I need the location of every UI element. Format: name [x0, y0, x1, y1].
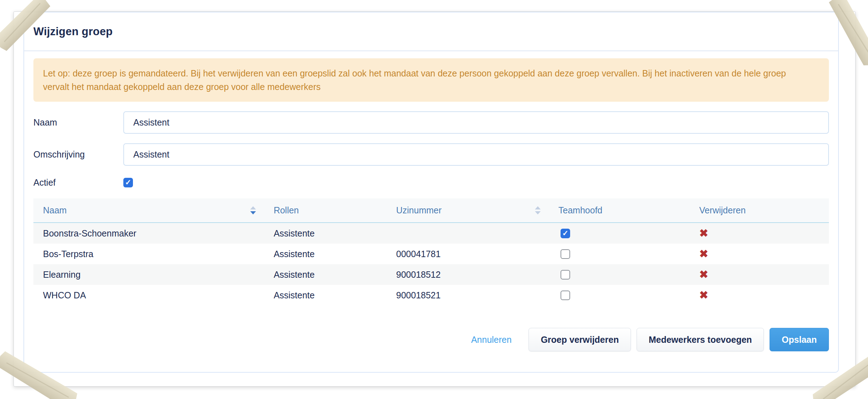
cell-naam: WHCO DA [33, 290, 274, 300]
delete-member-icon[interactable]: ✖ [699, 269, 708, 280]
table-header-row: Naam Rollen Uzinummer Teamhoofd Verwij [33, 198, 829, 223]
medewerkers-toevoegen-button[interactable]: Medewerkers toevoegen [637, 328, 764, 351]
teamhoofd-checkbox[interactable]: ✓ [561, 229, 570, 238]
naam-input[interactable] [123, 111, 829, 134]
column-header-uzinummer[interactable]: Uzinummer [396, 205, 559, 216]
column-header-teamhoofd: Teamhoofd [558, 205, 699, 216]
cell-naam: Boonstra-Schoenmaker [33, 228, 274, 239]
table-row: WHCO DA Assistente 900018521 ✓ ✖ [33, 285, 829, 305]
column-header-naam[interactable]: Naam [33, 205, 274, 216]
naam-label: Naam [33, 117, 123, 128]
omschrijving-input[interactable] [123, 143, 829, 166]
delete-member-icon[interactable]: ✖ [699, 290, 708, 300]
alert-line-2: vervalt het mandaat gekoppeld aan deze g… [43, 80, 819, 94]
cell-uzinummer: 900018512 [396, 270, 559, 280]
delete-member-icon[interactable]: ✖ [699, 249, 708, 259]
modal-panel: Wijzigen groep Let op: deze groep is gem… [23, 12, 839, 373]
cell-verwijderen: ✖ [699, 290, 829, 301]
cell-naam: Bos-Terpstra [33, 249, 274, 259]
cell-teamhoofd: ✓ [558, 291, 699, 300]
sort-icon[interactable] [535, 206, 541, 214]
cell-uzinummer: 900018521 [396, 290, 559, 300]
mandate-warning-alert: Let op: deze groep is gemandateerd. Bij … [33, 58, 829, 102]
footer-actions: Annuleren Groep verwijderen Medewerkers … [33, 328, 829, 351]
cell-rollen: Assistente [274, 249, 396, 259]
teamhoofd-checkbox[interactable]: ✓ [561, 291, 570, 300]
naam-form-row: Naam [33, 111, 829, 134]
modal-header: Wijzigen groep [24, 12, 838, 51]
actief-form-row: Actief ✓ [33, 175, 829, 190]
modal-card: Wijzigen groep Let op: deze groep is gem… [14, 11, 856, 387]
cell-rollen: Assistente [274, 270, 396, 280]
cell-naam: Elearning [33, 270, 274, 280]
actief-label: Actief [33, 177, 123, 188]
checkmark-icon: ✓ [562, 229, 569, 237]
annuleren-link[interactable]: Annuleren [471, 335, 511, 345]
teamhoofd-checkbox[interactable]: ✓ [561, 270, 570, 280]
cell-verwijderen: ✖ [699, 228, 829, 239]
table-row: Elearning Assistente 900018512 ✓ ✖ [33, 264, 829, 285]
alert-line-1: Let op: deze groep is gemandateerd. Bij … [43, 66, 819, 80]
sort-icon[interactable] [250, 206, 256, 214]
cell-teamhoofd: ✓ [558, 249, 699, 259]
cell-verwijderen: ✖ [699, 269, 829, 280]
groep-verwijderen-button[interactable]: Groep verwijderen [529, 328, 631, 351]
checkmark-icon: ✓ [125, 179, 132, 186]
omschrijving-form-row: Omschrijving [33, 143, 829, 166]
teamhoofd-checkbox[interactable]: ✓ [561, 249, 570, 259]
opslaan-button[interactable]: Opslaan [770, 328, 829, 351]
column-header-verwijderen: Verwijderen [699, 205, 829, 216]
members-table: Naam Rollen Uzinummer Teamhoofd Verwij [33, 198, 829, 305]
modal-body: Let op: deze groep is gemandateerd. Bij … [24, 51, 838, 351]
omschrijving-label: Omschrijving [33, 149, 123, 160]
cell-verwijderen: ✖ [699, 249, 829, 260]
table-row: Boonstra-Schoenmaker Assistente ✓ ✖ [33, 223, 829, 244]
table-row: Bos-Terpstra Assistente 000041781 ✓ ✖ [33, 244, 829, 264]
cell-teamhoofd: ✓ [558, 270, 699, 280]
page-title: Wijzigen groep [33, 25, 113, 38]
column-header-rollen[interactable]: Rollen [274, 205, 396, 216]
actief-checkbox[interactable]: ✓ [123, 178, 133, 187]
cell-rollen: Assistente [274, 228, 396, 239]
delete-member-icon[interactable]: ✖ [699, 228, 708, 239]
cell-uzinummer: 000041781 [396, 249, 559, 259]
cell-teamhoofd: ✓ [558, 229, 699, 238]
cell-rollen: Assistente [274, 290, 396, 300]
